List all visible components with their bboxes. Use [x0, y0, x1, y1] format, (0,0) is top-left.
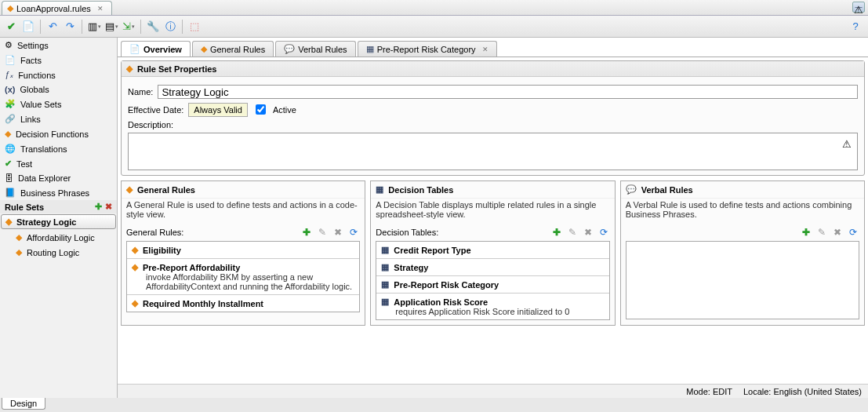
- sidebar-item-business-phrases[interactable]: 📘Business Phrases: [0, 185, 117, 200]
- tools-dropdown[interactable]: ⇲: [121, 19, 136, 35]
- delete-ruleset-button[interactable]: ✖: [105, 202, 112, 212]
- rule-icon: ◆: [132, 298, 138, 308]
- panel-description: A General Rule is used to define tests a…: [122, 199, 365, 224]
- edit-rule-button[interactable]: ✎: [316, 226, 329, 239]
- sidebar-item-decision-functions[interactable]: ◆Decision Functions: [0, 126, 117, 141]
- sidebar-item-globals[interactable]: (x)Globals: [0, 82, 117, 97]
- validate-button[interactable]: ✔: [3, 19, 19, 35]
- delete-rule-button[interactable]: ✖: [332, 226, 344, 239]
- doc-button[interactable]: 📄: [20, 19, 36, 35]
- ruleset-strategy-logic[interactable]: ◆Strategy Logic: [1, 214, 116, 229]
- delete-verbal-rule-button[interactable]: ✖: [831, 226, 844, 239]
- rule-icon: ◆: [132, 262, 138, 272]
- edit-table-button[interactable]: ✎: [566, 226, 579, 239]
- item-title: Application Risk Score: [394, 297, 488, 307]
- undo-button[interactable]: ↶: [45, 19, 60, 35]
- refresh-button[interactable]: ⟳: [347, 226, 360, 239]
- ruleset-affordability-logic[interactable]: ◆Affordability Logic: [0, 230, 117, 245]
- item-title: Required Monthly Installment: [143, 299, 263, 308]
- general-rules-icon: ◆: [126, 184, 133, 195]
- list-item[interactable]: ▦Application Risk Score requires Applica…: [376, 294, 608, 319]
- filter-dropdown[interactable]: ▥: [86, 19, 102, 35]
- sidebar-item-label: Business Phrases: [20, 188, 89, 198]
- warning-icon[interactable]: ⚠: [841, 137, 853, 150]
- valuesets-icon: 🧩: [5, 99, 16, 109]
- add-table-button[interactable]: ✚: [550, 226, 563, 239]
- decision-tables-panel: ▦ Decision Tables A Decision Table displ…: [370, 180, 615, 326]
- ruleset-icon: ◆: [126, 64, 133, 74]
- name-input[interactable]: [158, 85, 858, 99]
- verbal-rules-panel: 💬 Verbal Rules A Verbal Rule is used to …: [620, 180, 865, 326]
- separator: [82, 20, 82, 34]
- item-title: Credit Report Type: [394, 246, 470, 255]
- redo-button[interactable]: ↷: [62, 19, 78, 35]
- ruleset-label: Affordability Logic: [27, 233, 95, 242]
- sidebar-item-label: Decision Functions: [16, 129, 89, 139]
- description-label: Description:: [128, 120, 173, 129]
- sidebar-item-value-sets[interactable]: 🧩Value Sets: [0, 97, 117, 111]
- sidebar-item-functions[interactable]: ƒₓFunctions: [0, 67, 117, 82]
- verbal-rules-icon: 💬: [626, 184, 637, 195]
- item-detail: invoke Affordability BKM by asserting a …: [132, 272, 354, 291]
- separator: [140, 20, 141, 34]
- list-item[interactable]: ◆Required Monthly Installment: [127, 295, 359, 312]
- add-ruleset-button[interactable]: ✚: [95, 202, 102, 212]
- rule-set-properties-panel: ◆ Rule Set Properties Name: ⚠ Effective …: [121, 60, 865, 176]
- item-title: Strategy: [394, 263, 428, 272]
- list-item[interactable]: ▦Pre-Report Risk Category: [376, 276, 608, 294]
- edit-verbal-rule-button[interactable]: ✎: [815, 226, 828, 239]
- list-item[interactable]: ▦Strategy: [376, 259, 608, 276]
- file-tab[interactable]: ◆ LoanApproval.rules ✕: [2, 1, 112, 15]
- status-bar: Mode: EDIT Locale: English (United State…: [118, 384, 868, 398]
- delete-table-button[interactable]: ✖: [582, 226, 594, 239]
- tab-close-icon[interactable]: ✕: [482, 46, 488, 53]
- panel-title: Decision Tables: [388, 185, 453, 195]
- sidebar-item-test[interactable]: ✔Test: [0, 156, 117, 171]
- sidebar-item-facts[interactable]: 📄Facts: [0, 53, 117, 67]
- table-icon: ▦: [381, 279, 389, 290]
- add-rule-button[interactable]: ✚: [300, 226, 313, 239]
- rule-sets-header: Rule Sets ✚ ✖: [0, 200, 117, 213]
- info-button[interactable]: ⓘ: [162, 19, 178, 35]
- globals-icon: (x): [5, 85, 15, 94]
- sidebar-item-data-explorer[interactable]: 🗄Data Explorer: [0, 171, 117, 185]
- verbal-rules-icon: 💬: [284, 44, 295, 54]
- sidebar-item-links[interactable]: 🔗Links: [0, 111, 117, 126]
- design-tab[interactable]: Design: [2, 398, 45, 410]
- add-verbal-rule-button[interactable]: ✚: [800, 226, 812, 239]
- tab-overview[interactable]: 📄 Overview: [121, 41, 191, 57]
- tab-pre-report-risk[interactable]: ▦ Pre-Report Risk Category ✕: [358, 41, 497, 57]
- view-dropdown[interactable]: ▤: [104, 19, 119, 35]
- panel-title: General Rules: [137, 185, 195, 195]
- tab-label: Pre-Report Risk Category: [377, 45, 476, 54]
- sidebar-item-translations[interactable]: 🌐Translations: [0, 141, 117, 156]
- item-title: Pre-Report Risk Category: [394, 280, 499, 290]
- link-button[interactable]: ⬚: [187, 19, 202, 35]
- ruleset-icon: ◆: [5, 217, 12, 227]
- tab-general-rules[interactable]: ◆ General Rules: [192, 41, 274, 57]
- tab-verbal-rules[interactable]: 💬 Verbal Rules: [275, 41, 355, 57]
- file-tab-title: LoanApproval.rules: [16, 4, 91, 13]
- function-icon: ƒₓ: [5, 70, 13, 80]
- link-icon: 🔗: [5, 114, 16, 124]
- decision-tables-icon: ▦: [376, 184, 383, 195]
- sidebar: ⚙Settings 📄Facts ƒₓFunctions (x)Globals …: [0, 38, 118, 398]
- panel-title: Verbal Rules: [641, 185, 693, 195]
- list-item[interactable]: ◆Pre-Report Affordability invoke Afforda…: [127, 259, 359, 295]
- list-item[interactable]: ▦Credit Report Type: [376, 242, 608, 259]
- list-item[interactable]: ◆Eligibility: [127, 242, 359, 259]
- panel-description: A Decision Table displays multiple relat…: [371, 199, 614, 224]
- wrench-button[interactable]: 🔧: [145, 19, 161, 35]
- refresh-button[interactable]: ⟳: [847, 226, 859, 239]
- effective-date-value[interactable]: Always Valid: [188, 103, 248, 117]
- close-icon[interactable]: ✕: [97, 5, 104, 13]
- locale-status: Locale: English (United States): [743, 387, 862, 396]
- ruleset-routing-logic[interactable]: ◆Routing Logic: [0, 245, 117, 260]
- table-icon: ▦: [381, 297, 389, 307]
- sidebar-item-label: Translations: [20, 144, 67, 154]
- description-textarea[interactable]: [128, 133, 858, 170]
- active-checkbox[interactable]: [256, 104, 266, 115]
- sidebar-item-settings[interactable]: ⚙Settings: [0, 38, 117, 53]
- refresh-button[interactable]: ⟳: [597, 226, 610, 239]
- help-button[interactable]: ?: [848, 19, 863, 35]
